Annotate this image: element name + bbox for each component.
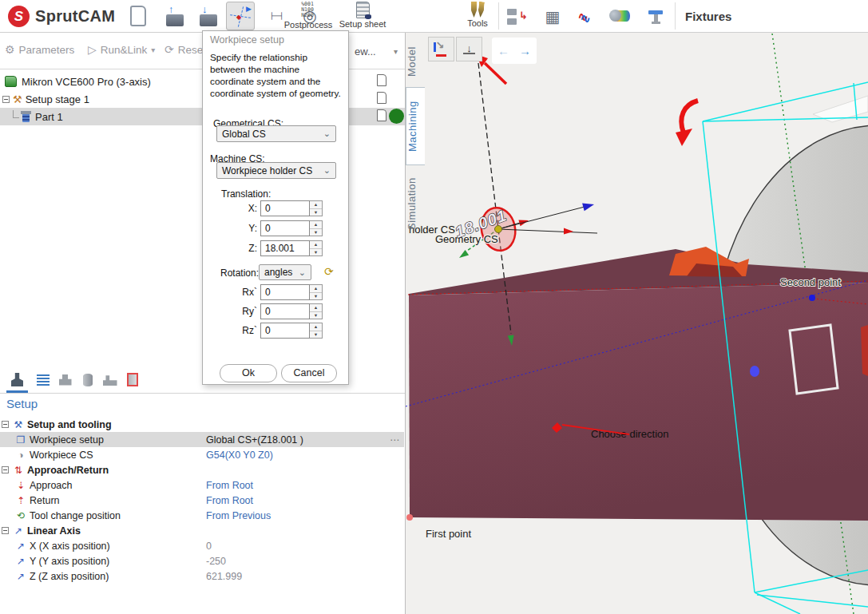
x-input[interactable] [260, 200, 310, 216]
z-label: Z: [236, 240, 257, 256]
forward-arrow-button[interactable]: → [519, 44, 531, 57]
align-bottom-button[interactable]: ↓ [456, 37, 482, 61]
row-workpiece-cs[interactable]: ◑ Workpiece CS G54(X0 Y0 Z0) [0, 447, 404, 462]
group-label: Setup and tooling [27, 419, 112, 430]
ok-button[interactable]: Ok [220, 364, 277, 382]
run-link-button[interactable]: ▷ Run&Link ▾ [88, 43, 155, 56]
row-tool-change-position[interactable]: ⟲ Tool change position From Previous [0, 508, 404, 523]
collapse-icon[interactable] [2, 96, 10, 103]
row-value[interactable]: Global CS+(Z18.001 ) [206, 434, 303, 446]
row-value[interactable]: -250 [206, 556, 226, 567]
fixture-tab-button[interactable] [121, 369, 143, 390]
machine-cs-select[interactable]: Workpiece holder CS ⌄ [216, 162, 336, 179]
ry-spinner[interactable]: ▲▼ [310, 303, 323, 319]
row-workpiece-setup[interactable]: ❐ Workpiece setup Global CS+(Z18.001 ) ⋯ [0, 432, 404, 447]
z-spinner[interactable]: ▲▼ [310, 240, 323, 256]
operations-list-tab-button[interactable] [32, 369, 54, 390]
postprocess-button[interactable]: %001 N100 N200 Postprocess [283, 2, 334, 30]
program-structure-button[interactable]: ↳ [505, 6, 530, 27]
y-input[interactable] [260, 220, 310, 236]
open-button[interactable]: ↑ [161, 2, 188, 29]
active-tab-underline [6, 390, 28, 393]
row-x-axis[interactable]: ↗ X (X axis position) 0 [0, 538, 404, 553]
vise-tab-button[interactable] [99, 369, 121, 390]
toolbar-separator [675, 2, 676, 30]
first-point-dot[interactable] [406, 514, 413, 521]
machine-panel-button[interactable]: ▦ [540, 6, 565, 27]
scene-canvas[interactable]: holder CS Geometry CS 18.001 Second poin… [406, 33, 868, 614]
cylinder-workpiece-tab-button[interactable] [77, 369, 98, 390]
workpiece-cs-button[interactable]: ↘ [428, 37, 454, 61]
rotation-rz-field: Rz` ▲▼ [236, 323, 323, 339]
group-approach-return[interactable]: ⇅ Approach/Return [0, 462, 404, 477]
gear-icon: ⚙ [5, 43, 15, 56]
second-point-dot[interactable] [809, 295, 815, 301]
first-point-label: First point [426, 528, 471, 540]
return-icon: ⇡ [14, 495, 27, 506]
row-z-axis[interactable]: ↗ Z (Z axis position) 621.999 [0, 568, 404, 584]
ellipsis-button[interactable]: ⋯ [390, 434, 400, 446]
row-value[interactable]: From Root [206, 495, 253, 506]
ry-input[interactable] [260, 303, 310, 319]
setup-tab-button[interactable] [6, 369, 28, 390]
reset-icon: ⟳ [164, 43, 174, 56]
ry-label: Ry` [236, 303, 257, 319]
tab-machining[interactable]: Machining [406, 87, 425, 165]
tools-button[interactable]: Tools [460, 2, 495, 30]
graph-button[interactable]: ∿ ∿ [573, 6, 599, 27]
part-box-front-face[interactable] [409, 283, 868, 521]
y-spinner[interactable]: ▲▼ [310, 220, 323, 236]
z-input[interactable] [260, 240, 310, 256]
geometrical-cs-select[interactable]: Global CS ⌄ [216, 125, 336, 142]
tool-display-button[interactable] [607, 6, 634, 27]
rotation-tool-icon[interactable]: ⟳ [324, 265, 334, 278]
new-document-icon [130, 6, 146, 26]
collapse-icon[interactable] [2, 466, 9, 473]
row-return[interactable]: ⇡ Return From Root [0, 493, 404, 508]
row-approach[interactable]: ⇣ Approach From Root [0, 477, 404, 493]
snap-icon: ◆ ▶ [228, 3, 253, 29]
row-value[interactable]: 0 [206, 541, 212, 552]
machine-cs-value: Workpiece holder CS [222, 165, 312, 176]
setup-sheet-button[interactable]: Setup sheet [337, 2, 388, 30]
x-label: X: [236, 200, 257, 216]
rx-input[interactable] [260, 284, 310, 300]
tab-simulation[interactable]: Simulation [406, 168, 425, 239]
fixture-tool-button[interactable] [644, 5, 668, 29]
align-bottom-icon: ↓ [463, 44, 475, 54]
row-value[interactable]: From Root [206, 480, 253, 491]
row-value[interactable]: From Previous [206, 510, 271, 521]
row-value[interactable]: 621.999 [206, 571, 242, 582]
x-spinner[interactable]: ▲▼ [310, 200, 323, 216]
rx-spinner[interactable]: ▲▼ [310, 284, 323, 300]
rz-spinner[interactable]: ▲▼ [310, 323, 323, 339]
parameters-button[interactable]: ⚙ Parameters [5, 43, 74, 56]
rz-input[interactable] [260, 323, 310, 339]
save-button[interactable]: ↓ [195, 2, 222, 29]
document-icon[interactable] [377, 92, 386, 104]
row-value[interactable]: G54(X0 Y0 Z0) [206, 450, 273, 461]
snap-tool-button[interactable]: ◆ ▶ [226, 2, 255, 30]
group-linear-axis[interactable]: ↗ Linear Axis [0, 523, 404, 538]
group-setup-and-tooling[interactable]: ⚒ Setup and tooling [0, 417, 404, 432]
view-combo[interactable]: ew... ▾ [350, 41, 402, 61]
back-arrow-button[interactable]: ← [497, 44, 509, 57]
collapse-icon[interactable] [2, 421, 9, 428]
chevron-down-icon: ▾ [394, 47, 398, 56]
axis-icon: ↗ [14, 556, 27, 567]
document-icon[interactable] [377, 109, 386, 121]
reset-button[interactable]: ⟳ Reset [164, 43, 206, 56]
3d-viewport[interactable]: holder CS Geometry CS 18.001 Second poin… [406, 33, 868, 614]
document-icon[interactable] [377, 74, 386, 86]
chevron-down-icon: ▾ [151, 46, 155, 54]
tab-model[interactable]: Model [406, 38, 425, 85]
row-y-axis[interactable]: ↗ Y (Y axis position) -250 [0, 553, 404, 568]
choose-direction-label: Choose direction [591, 428, 669, 440]
stepped-workpiece-tab-button[interactable] [54, 369, 76, 390]
machine-label: Mikron VCE600 Pro (3-axis) [22, 76, 151, 88]
cancel-button[interactable]: Cancel [281, 364, 337, 382]
new-project-button[interactable] [125, 3, 151, 29]
fixtures-group-label[interactable]: Fixtures [685, 10, 731, 23]
collapse-icon[interactable] [2, 527, 9, 534]
rotation-type-select[interactable]: angles ⌄ [259, 264, 311, 280]
